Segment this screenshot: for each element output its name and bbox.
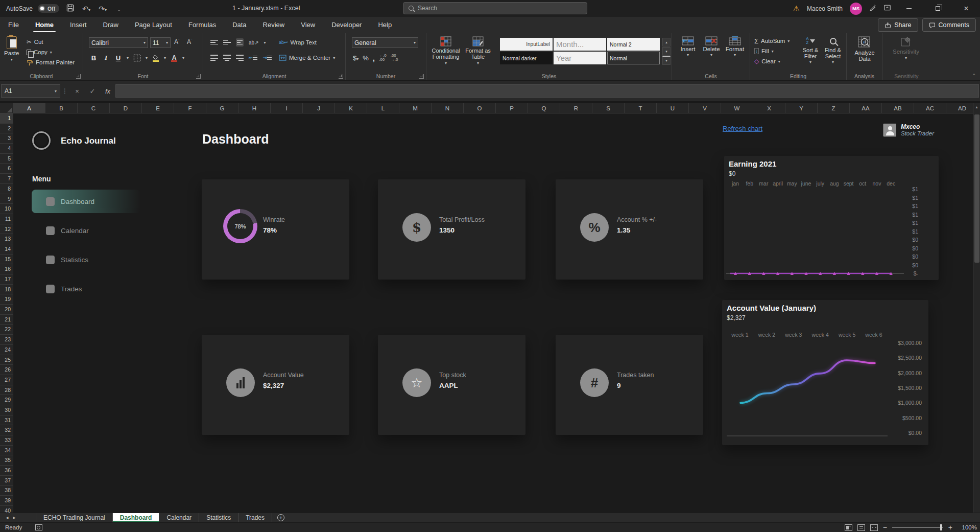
column-header-L[interactable]: L	[367, 103, 399, 113]
bold-button[interactable]: B	[90, 54, 98, 62]
column-header-M[interactable]: M	[399, 103, 432, 113]
sort-filter-button[interactable]: AZ Sort & Filter ▾	[799, 35, 822, 64]
styles-gallery-scroll-down-button[interactable]: ▾	[662, 47, 671, 56]
cancel-entry-button[interactable]: ×	[69, 87, 85, 95]
row-header-14[interactable]: 14	[0, 244, 13, 255]
next-sheet-button[interactable]: ▸	[7, 513, 21, 522]
row-header-12[interactable]: 12	[0, 224, 13, 235]
row-header-27[interactable]: 27	[0, 375, 13, 385]
account-value-chart[interactable]: week 1week 2week 3week 4week 5week 6$3,0…	[722, 300, 928, 445]
column-header-AA[interactable]: AA	[850, 103, 882, 113]
zoom-slider-thumb[interactable]	[940, 524, 942, 530]
font-size-select[interactable]: 11▾	[150, 37, 171, 48]
undo-button[interactable]: ↶▾	[81, 5, 92, 13]
search-input[interactable]: Search	[403, 2, 587, 14]
column-header-AC[interactable]: AC	[914, 103, 946, 113]
borders-icon[interactable]	[133, 54, 141, 62]
align-right-button[interactable]	[236, 54, 244, 62]
redo-button[interactable]: ↷▾	[97, 5, 108, 13]
sidebar-item-statistics[interactable]: Statistics	[32, 248, 140, 271]
vertical-scrollbar[interactable]: ▴	[973, 103, 980, 513]
user-name[interactable]: Maceo Smith	[807, 5, 843, 12]
ribbon-display-options-button[interactable]	[883, 4, 891, 13]
copy-button[interactable]: Copy ▾	[27, 47, 75, 57]
column-header-G[interactable]: G	[206, 103, 238, 113]
comma-style-button[interactable]: ,	[373, 54, 375, 62]
column-header-R[interactable]: R	[560, 103, 592, 113]
normal-view-button[interactable]	[845, 524, 852, 531]
row-header-28[interactable]: 28	[0, 385, 13, 396]
cell-style-month-[interactable]: Month...	[554, 38, 606, 51]
column-header-S[interactable]: S	[592, 103, 625, 113]
refresh-chart-link[interactable]: Refresh chart	[723, 125, 762, 132]
column-header-C[interactable]: C	[78, 103, 110, 113]
ribbon-tab-developer[interactable]: Developer	[323, 17, 370, 33]
cell-style-year[interactable]: Year	[554, 52, 606, 64]
sheet-tab-dashboard[interactable]: Dashboard	[113, 513, 160, 522]
column-header-H[interactable]: H	[238, 103, 271, 113]
column-header-Q[interactable]: Q	[528, 103, 560, 113]
collapse-ribbon-button[interactable]: ⌃	[972, 73, 976, 78]
wrap-text-button[interactable]: ab↩ Wrap Text	[279, 37, 317, 48]
italic-button[interactable]: I	[102, 54, 110, 62]
restore-button[interactable]	[927, 0, 948, 17]
fill-button[interactable]: ↓Fill ▾	[754, 46, 790, 56]
row-header-24[interactable]: 24	[0, 345, 13, 355]
format-painter-button[interactable]: Format Painter	[27, 57, 75, 67]
column-header-X[interactable]: X	[753, 103, 785, 113]
column-header-T[interactable]: T	[625, 103, 657, 113]
sidebar-item-calendar[interactable]: Calendar	[32, 219, 140, 242]
customize-quick-access-button[interactable]: ⌄	[113, 5, 125, 13]
column-header-W[interactable]: W	[721, 103, 753, 113]
row-header-38[interactable]: 38	[0, 485, 13, 496]
sheet-tab-echo-trading-journal[interactable]: ECHO Trading Journal	[36, 513, 113, 522]
row-header-22[interactable]: 22	[0, 325, 13, 335]
format-cells-button[interactable]: Format ▾	[723, 36, 747, 57]
align-bottom-button[interactable]	[236, 38, 244, 47]
autosum-button[interactable]: ΣAutoSum ▾	[754, 36, 790, 46]
zoom-slider[interactable]	[892, 527, 943, 528]
user-avatar[interactable]: MS	[850, 3, 862, 15]
merge-center-button[interactable]: Merge & Center ▾	[279, 53, 335, 63]
column-header-K[interactable]: K	[335, 103, 367, 113]
insert-function-button[interactable]: fx	[100, 87, 115, 95]
row-header-8[interactable]: 8	[0, 184, 13, 194]
align-top-button[interactable]	[210, 39, 218, 45]
row-header-37[interactable]: 37	[0, 476, 13, 486]
orientation-button[interactable]: ab↗	[249, 40, 259, 45]
row-header-21[interactable]: 21	[0, 315, 13, 325]
percent-style-button[interactable]: %	[363, 54, 369, 62]
align-middle-button[interactable]	[223, 39, 231, 45]
row-header-34[interactable]: 34	[0, 446, 13, 456]
number-dialog-launcher[interactable]	[419, 74, 424, 79]
column-header-J[interactable]: J	[303, 103, 335, 113]
new-sheet-button[interactable]: +	[272, 513, 290, 522]
number-format-select[interactable]: General▾	[352, 37, 418, 48]
zoom-out-button[interactable]: −	[883, 523, 887, 531]
close-button[interactable]: ×	[955, 0, 977, 17]
column-header-V[interactable]: V	[689, 103, 721, 113]
column-header-P[interactable]: P	[496, 103, 528, 113]
row-header-32[interactable]: 32	[0, 425, 13, 435]
save-button[interactable]	[64, 4, 76, 13]
row-header-30[interactable]: 30	[0, 405, 13, 415]
column-header-E[interactable]: E	[142, 103, 174, 113]
underline-button[interactable]: U	[114, 54, 122, 62]
page-break-view-button[interactable]	[870, 524, 878, 531]
row-header-16[interactable]: 16	[0, 264, 13, 274]
styles-gallery-more-button[interactable]: ▾	[662, 56, 671, 65]
row-header-40[interactable]: 40	[0, 506, 13, 513]
decrease-decimal-button[interactable]: .00→.0	[391, 54, 398, 62]
analyze-data-button[interactable]: Analyze Data	[851, 33, 878, 62]
decrease-indent-button[interactable]: ⇤	[249, 55, 257, 61]
paste-button[interactable]: Paste ▾	[4, 33, 19, 62]
inking-icon[interactable]	[869, 4, 876, 13]
font-color-button[interactable]: A	[171, 54, 178, 61]
clipboard-dialog-launcher[interactable]	[76, 74, 81, 79]
column-header-A[interactable]: A	[13, 103, 45, 113]
minimize-button[interactable]	[898, 0, 920, 17]
share-button[interactable]: Share	[878, 18, 918, 32]
format-as-table-button[interactable]: Format as Table ▾	[463, 33, 493, 65]
cell-style-normal-2[interactable]: Normal 2	[607, 38, 660, 51]
name-box[interactable]: A1▾	[1, 84, 60, 98]
